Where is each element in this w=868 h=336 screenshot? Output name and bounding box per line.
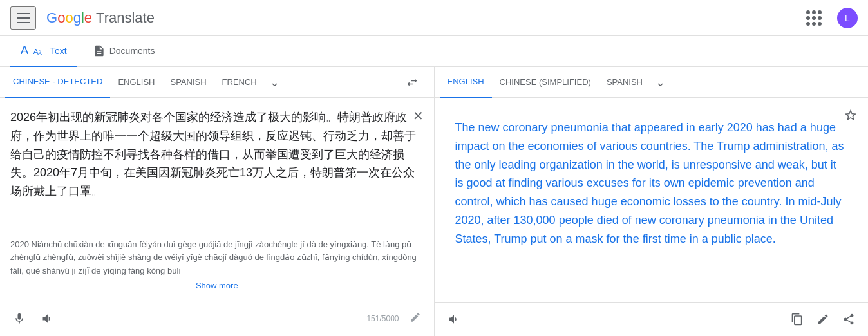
- volume-icon: [41, 312, 54, 325]
- header-left: Google Translate: [10, 6, 155, 30]
- tab-text[interactable]: A A 文 Text: [10, 36, 77, 67]
- target-volume-button[interactable]: [442, 308, 466, 331]
- star-button[interactable]: [841, 106, 860, 128]
- show-more-button[interactable]: Show more: [10, 281, 424, 290]
- microphone-button[interactable]: [8, 307, 31, 330]
- volume-button[interactable]: [36, 307, 59, 330]
- translate-icon: A: [21, 44, 28, 57]
- tab-documents-label: Documents: [109, 46, 155, 56]
- translation-text: The new coronary pneumonia that appeared…: [445, 108, 858, 292]
- edit-icon: [410, 312, 421, 323]
- share-button[interactable]: [837, 308, 860, 331]
- tab-text-label: Text: [50, 46, 67, 56]
- source-text[interactable]: 2026年初出现的新冠肺炎对各个国家的经济造成了极大的影响。特朗普政府政府，作为…: [10, 108, 424, 230]
- copy-button[interactable]: [786, 308, 809, 331]
- logo: Google Translate: [46, 10, 155, 26]
- hamburger-menu-button[interactable]: [10, 6, 36, 30]
- source-lang-chinese-detected[interactable]: CHINESE - DETECTED: [5, 67, 110, 98]
- source-text-area: ✕ 2026年初出现的新冠肺炎对各个国家的经济造成了极大的影响。特朗普政府政府，…: [0, 98, 434, 301]
- edit-translation-button[interactable]: [811, 308, 835, 331]
- tab-bar: A A 文 Text Documents: [0, 36, 868, 67]
- source-bottom-bar: 151/5000: [0, 301, 434, 336]
- left-panel: CHINESE - DETECTED ENGLISH SPANISH FRENC…: [0, 67, 435, 336]
- target-lang-chinese-simplified[interactable]: CHINESE (SIMPLIFIED): [492, 67, 599, 98]
- svg-text:文: 文: [37, 49, 42, 55]
- star-icon: [844, 108, 858, 122]
- swap-icon: [406, 76, 419, 89]
- target-lang-tabs: ENGLISH CHINESE (SIMPLIFIED) SPANISH ⌄: [435, 67, 869, 98]
- logo-google-text: Google: [46, 10, 92, 26]
- char-count: 151/5000: [366, 314, 399, 323]
- target-bottom-bar: [435, 302, 869, 336]
- document-icon: [93, 44, 106, 57]
- source-lang-english[interactable]: ENGLISH: [110, 67, 162, 98]
- edit-translation-icon: [816, 313, 829, 326]
- header-right: L: [801, 5, 858, 31]
- header: Google Translate L: [0, 0, 868, 36]
- clear-text-button[interactable]: ✕: [410, 106, 426, 126]
- source-lang-tabs: CHINESE - DETECTED ENGLISH SPANISH FRENC…: [0, 67, 434, 98]
- right-panel: ENGLISH CHINESE (SIMPLIFIED) SPANISH ⌄ T…: [435, 67, 869, 336]
- romanization-text: 2020 Niánchū chūxiàn de xīnguān fèiyán d…: [10, 238, 424, 278]
- avatar[interactable]: L: [837, 8, 858, 28]
- main-area: CHINESE - DETECTED ENGLISH SPANISH FRENC…: [0, 67, 868, 336]
- source-lang-spanish[interactable]: SPANISH: [162, 67, 214, 98]
- text-tab-icon: A 文: [32, 44, 45, 57]
- source-lang-french[interactable]: FRENCH: [214, 67, 265, 98]
- logo-translate-text: Translate: [96, 10, 155, 26]
- tab-documents[interactable]: Documents: [82, 36, 165, 67]
- source-lang-more-button[interactable]: ⌄: [265, 70, 285, 95]
- target-volume-icon: [448, 313, 460, 326]
- swap-languages-button[interactable]: [401, 71, 424, 94]
- target-lang-more-button[interactable]: ⌄: [650, 70, 670, 95]
- share-icon: [842, 313, 855, 326]
- microphone-icon: [13, 312, 26, 325]
- target-lang-spanish[interactable]: SPANISH: [599, 67, 650, 98]
- edit-button[interactable]: [404, 306, 426, 331]
- copy-icon: [791, 313, 804, 326]
- apps-icon[interactable]: [801, 5, 827, 31]
- target-lang-english[interactable]: ENGLISH: [440, 67, 492, 98]
- translation-text-area: The new coronary pneumonia that appeared…: [435, 98, 869, 302]
